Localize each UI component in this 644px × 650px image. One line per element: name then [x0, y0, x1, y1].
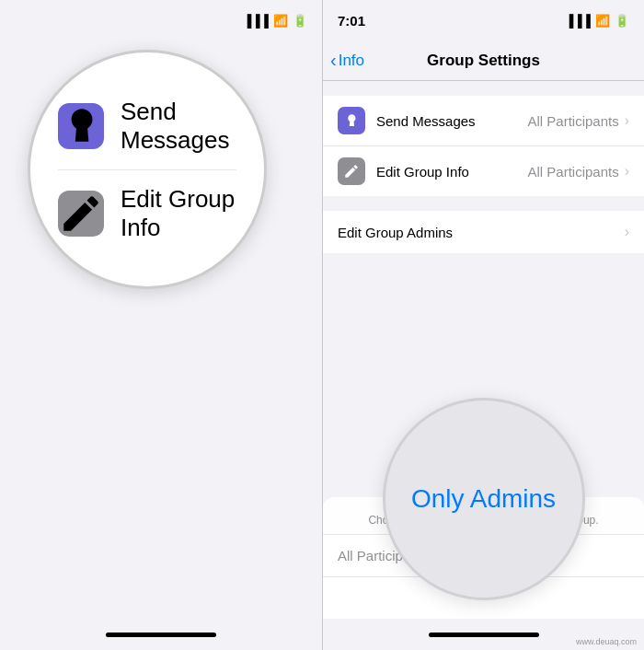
- battery-icon: 🔋: [293, 14, 307, 28]
- right-signal-icon: ▐▐▐: [565, 14, 591, 28]
- left-home-indicator: [106, 633, 216, 637]
- send-messages-value: All Participants: [527, 113, 618, 129]
- send-messages-chevron: ›: [625, 112, 629, 129]
- left-panel: ▐▐▐ 📶 🔋 Send Messages Edit: [0, 0, 322, 650]
- magnifier-send-row: Send Messages: [58, 83, 236, 169]
- left-status-icons: ▐▐▐ 📶 🔋: [243, 14, 307, 28]
- magnifier-edit-label: Edit Group Info: [121, 185, 236, 242]
- send-messages-label: Send Messages: [376, 113, 527, 129]
- left-content: Send Messages Edit Group Info: [0, 41, 322, 619]
- left-status-bar: ▐▐▐ 📶 🔋: [0, 0, 322, 41]
- edit-group-info-chevron: ›: [625, 163, 629, 180]
- edit-group-info-value: All Participants: [527, 164, 618, 180]
- edit-admins-label: Edit Group Admins: [338, 225, 625, 240]
- edit-group-info-label: Edit Group Info: [376, 164, 527, 180]
- right-nav-bar: ‹ Info Group Settings: [323, 41, 644, 81]
- pencil-svg: [58, 191, 104, 237]
- magnifier-send-label: Send Messages: [121, 98, 236, 155]
- status-time: 7:01: [338, 13, 365, 29]
- send-messages-row[interactable]: Send Messages All Participants ›: [323, 96, 644, 146]
- right-battery-icon: 🔋: [615, 14, 629, 28]
- back-label: Info: [339, 52, 364, 70]
- edit-admins-chevron: ›: [625, 224, 629, 240]
- right-wifi-icon: 📶: [595, 14, 610, 28]
- magnifier-circle: Send Messages Edit Group Info: [28, 50, 267, 289]
- settings-section: Send Messages All Participants › Edit Gr…: [323, 96, 644, 196]
- back-chevron-icon: ‹: [330, 50, 337, 71]
- right-home-indicator: [429, 633, 539, 637]
- nav-title: Group Settings: [427, 52, 540, 70]
- edit-group-info-row[interactable]: Edit Group Info All Participants ›: [323, 146, 644, 196]
- right-panel: 7:01 ▐▐▐ 📶 🔋 ‹ Info Group Settings Send …: [322, 0, 644, 650]
- back-button[interactable]: ‹ Info: [330, 50, 364, 71]
- right-body: Send Messages All Participants › Edit Gr…: [323, 81, 644, 619]
- only-admins-circle: Only Admins: [383, 398, 585, 600]
- signal-icon: ▐▐▐: [243, 14, 269, 28]
- edit-admins-row[interactable]: Edit Group Admins ›: [323, 211, 644, 253]
- section-divider: [323, 196, 644, 211]
- admins-section: Edit Group Admins ›: [323, 211, 644, 253]
- right-status-icons: ▐▐▐ 📶 🔋: [565, 14, 629, 28]
- watermark: www.deuaq.com: [576, 637, 637, 646]
- magnifier-edit-icon: [58, 191, 104, 237]
- edit-group-info-icon: [338, 157, 365, 185]
- bottom-sheet-area: Choose who can add participants to this …: [323, 497, 644, 619]
- wifi-icon: 📶: [273, 14, 288, 28]
- megaphone-icon: [343, 112, 360, 129]
- right-status-bar: 7:01 ▐▐▐ 📶 🔋: [323, 0, 644, 41]
- send-messages-icon: [338, 107, 365, 134]
- magnifier-send-icon: [58, 103, 104, 149]
- pencil-icon: [343, 163, 360, 180]
- left-bottom-bar: [0, 619, 322, 650]
- magnifier-edit-row: Edit Group Info: [58, 169, 236, 257]
- only-admins-text: Only Admins: [411, 484, 556, 514]
- megaphone-svg: [58, 103, 104, 149]
